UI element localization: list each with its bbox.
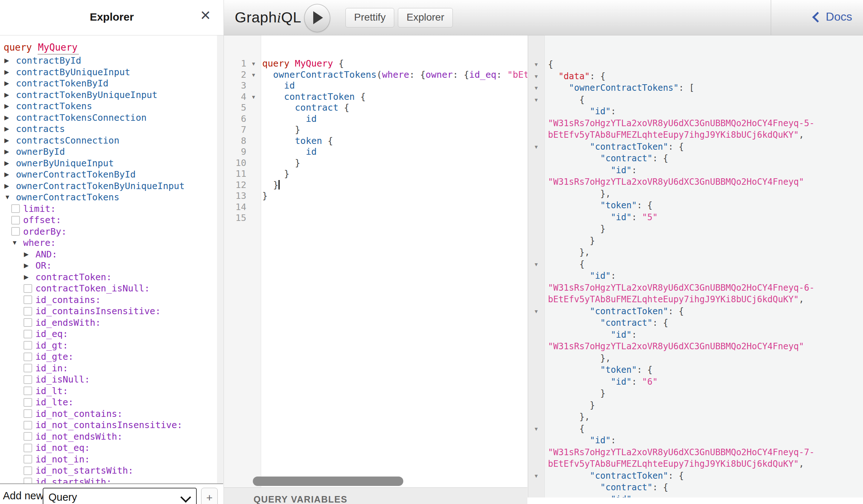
fold-icon[interactable]: ▼ xyxy=(528,470,544,482)
editor-code-line[interactable]: id xyxy=(261,80,527,91)
explorer-item-contractByUniqueInput[interactable]: ▶contractByUniqueInput xyxy=(0,67,217,78)
argument-checkbox[interactable] xyxy=(24,386,32,395)
explorer-item-id_containsInsensitive[interactable]: id_containsInsensitive: xyxy=(0,306,217,317)
collapse-icon[interactable]: ▼ xyxy=(4,194,16,201)
argument-checkbox[interactable] xyxy=(24,375,32,384)
explorer-item-id_not_containsInsensitive[interactable]: id_not_containsInsensitive: xyxy=(0,419,217,431)
fold-icon[interactable]: ▼ xyxy=(246,69,261,81)
argument-checkbox[interactable] xyxy=(24,398,32,407)
explorer-item-contractToken[interactable]: ▶contractToken: xyxy=(0,272,217,283)
argument-checkbox[interactable] xyxy=(24,284,32,293)
add-operation-button[interactable]: + xyxy=(201,488,218,504)
operation-name-input[interactable]: MyQuery xyxy=(38,42,79,55)
explorer-item-ownerById[interactable]: ▶ownerById xyxy=(0,146,217,158)
fold-icon[interactable]: ▼ xyxy=(528,94,544,106)
fold-icon[interactable]: ▼ xyxy=(246,91,261,103)
explorer-item-orderBy[interactable]: orderBy: xyxy=(0,226,217,238)
argument-checkbox[interactable] xyxy=(24,318,32,327)
fold-icon[interactable]: ▼ xyxy=(528,82,544,94)
expand-icon[interactable]: ▶ xyxy=(23,273,35,281)
docs-link[interactable]: Docs xyxy=(814,10,852,24)
explorer-item-id_isNull[interactable]: id_isNull: xyxy=(0,374,217,385)
expand-icon[interactable]: ▶ xyxy=(4,114,16,121)
expand-icon[interactable]: ▶ xyxy=(4,68,16,76)
argument-checkbox[interactable] xyxy=(24,421,32,430)
editor-code-line[interactable]: } xyxy=(261,158,527,169)
argument-checkbox[interactable] xyxy=(24,295,32,304)
explorer-item-where[interactable]: ▼where: xyxy=(0,237,217,249)
explorer-item-contractById[interactable]: ▶contractById xyxy=(0,55,217,67)
explorer-item-offset[interactable]: offset: xyxy=(0,214,217,226)
explorer-item-contractTokens[interactable]: ▶contractTokens xyxy=(0,101,217,112)
explorer-item-id_not_in[interactable]: id_not_in: xyxy=(0,454,217,465)
explorer-toggle-button[interactable]: Explorer xyxy=(398,8,453,27)
expand-icon[interactable]: ▶ xyxy=(4,137,16,144)
expand-icon[interactable]: ▶ xyxy=(4,182,16,190)
editor-code-line[interactable]: } xyxy=(261,168,527,180)
argument-checkbox[interactable] xyxy=(24,444,32,452)
explorer-scrollbar[interactable] xyxy=(217,35,224,483)
expand-icon[interactable]: ▶ xyxy=(4,80,16,87)
editor-code-line[interactable]: id xyxy=(261,114,527,125)
editor-code-line[interactable]: } xyxy=(261,124,527,136)
explorer-item-id_gte[interactable]: id_gte: xyxy=(0,351,217,363)
argument-checkbox[interactable] xyxy=(24,330,32,338)
argument-checkbox[interactable] xyxy=(24,455,32,464)
query-editor[interactable]: 1▼query MyQuery {2▼ ownerContractTokens(… xyxy=(224,35,527,487)
explorer-item-id_contains[interactable]: id_contains: xyxy=(0,294,217,306)
explorer-item-id_not_eq[interactable]: id_not_eq: xyxy=(0,442,217,454)
expand-icon[interactable]: ▶ xyxy=(4,91,16,99)
fold-icon[interactable]: ▼ xyxy=(246,58,261,69)
expand-icon[interactable]: ▶ xyxy=(4,102,16,110)
explorer-item-id_lt[interactable]: id_lt: xyxy=(0,385,217,397)
editor-code-line[interactable]: token { xyxy=(261,136,527,147)
expand-icon[interactable]: ▶ xyxy=(4,159,16,167)
explorer-item-ownerContractTokens[interactable]: ▼ownerContractTokens xyxy=(0,192,217,203)
explorer-item-contractsConnection[interactable]: ▶contractsConnection xyxy=(0,135,217,146)
explorer-item-contracts[interactable]: ▶contracts xyxy=(0,123,217,135)
fold-icon[interactable]: ▼ xyxy=(528,71,544,82)
expand-icon[interactable]: ▶ xyxy=(23,262,35,269)
explorer-item-id_endsWith[interactable]: id_endsWith: xyxy=(0,317,217,329)
editor-code-line[interactable] xyxy=(261,213,527,224)
argument-checkbox[interactable] xyxy=(24,432,32,441)
editor-code-line[interactable]: id xyxy=(261,146,527,158)
expand-icon[interactable]: ▶ xyxy=(4,148,16,155)
explorer-item-contractTokenById[interactable]: ▶contractTokenById xyxy=(0,78,217,89)
argument-checkbox[interactable] xyxy=(24,307,32,316)
editor-code-line[interactable]: contractToken { xyxy=(261,91,527,103)
add-new-select[interactable]: Query xyxy=(43,488,197,504)
explorer-item-ownerContractTokenById[interactable]: ▶ownerContractTokenById xyxy=(0,169,217,180)
explorer-item-id_not_endsWith[interactable]: id_not_endsWith: xyxy=(0,431,217,443)
explorer-item-contractTokenByUniqueInput[interactable]: ▶contractTokenByUniqueInput xyxy=(0,89,217,101)
fold-icon[interactable]: ▼ xyxy=(528,259,544,270)
argument-checkbox[interactable] xyxy=(11,227,20,236)
explorer-item-AND[interactable]: ▶AND: xyxy=(0,249,217,260)
explorer-item-contractToken_isNull[interactable]: contractToken_isNull: xyxy=(0,283,217,294)
explorer-item-ownerByUniqueInput[interactable]: ▶ownerByUniqueInput xyxy=(0,158,217,169)
expand-icon[interactable]: ▶ xyxy=(4,57,16,64)
explorer-item-OR[interactable]: ▶OR: xyxy=(0,260,217,272)
prettify-button[interactable]: Prettify xyxy=(345,8,394,27)
editor-horizontal-scrollbar[interactable] xyxy=(253,477,403,486)
editor-code-line[interactable] xyxy=(261,202,527,213)
editor-code-line[interactable]: } xyxy=(261,191,527,202)
argument-checkbox[interactable] xyxy=(24,341,32,350)
argument-checkbox[interactable] xyxy=(11,204,20,213)
expand-icon[interactable]: ▶ xyxy=(4,125,16,133)
argument-checkbox[interactable] xyxy=(24,466,32,475)
argument-checkbox[interactable] xyxy=(24,409,32,418)
collapse-icon[interactable]: ▼ xyxy=(11,239,23,247)
expand-icon[interactable]: ▶ xyxy=(23,251,35,258)
fold-icon[interactable]: ▼ xyxy=(528,141,544,153)
variables-panel[interactable]: QUERY VARIABLES xyxy=(224,487,527,504)
expand-icon[interactable]: ▶ xyxy=(4,171,16,178)
argument-checkbox[interactable] xyxy=(24,364,32,372)
fold-icon[interactable]: ▼ xyxy=(528,59,544,71)
explorer-item-id_eq[interactable]: id_eq: xyxy=(0,328,217,340)
fold-icon[interactable]: ▼ xyxy=(528,306,544,317)
explorer-item-id_not_startsWith[interactable]: id_not_startsWith: xyxy=(0,465,217,477)
close-icon[interactable]: × xyxy=(200,7,211,24)
editor-code-line[interactable]: contract { xyxy=(261,102,527,114)
editor-code-line[interactable]: ownerContractTokens(where: {owner: {id_e… xyxy=(261,69,527,81)
